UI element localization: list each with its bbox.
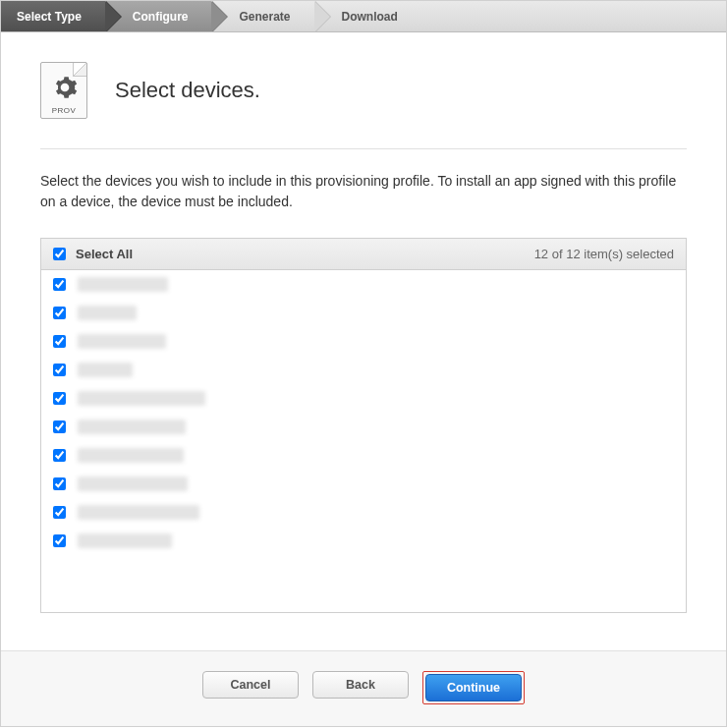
device-checkbox[interactable]	[53, 534, 66, 547]
select-all-label: Select All	[76, 247, 133, 261]
device-name-redacted	[78, 391, 205, 406]
provisioning-profile-icon: PROV	[40, 62, 87, 119]
device-name-redacted	[78, 306, 137, 320]
divider	[40, 148, 687, 149]
icon-label: PROV	[41, 106, 86, 115]
instructions-text: Select the devices you wish to include i…	[40, 171, 687, 212]
dialog-container: Select TypeConfigureGenerateDownload PRO…	[0, 0, 727, 727]
device-row	[41, 327, 686, 356]
device-checkbox[interactable]	[53, 307, 66, 319]
device-name-redacted	[78, 420, 186, 434]
device-row	[41, 498, 686, 527]
device-list-panel: Select All 12 of 12 item(s) selected	[40, 238, 687, 613]
wizard-steps: Select TypeConfigureGenerateDownload	[1, 1, 726, 32]
device-row	[41, 299, 686, 327]
device-row	[41, 470, 686, 498]
device-checkbox[interactable]	[53, 392, 66, 405]
page-title: Select devices.	[115, 78, 260, 103]
device-list-header: Select All 12 of 12 item(s) selected	[41, 239, 686, 270]
selection-count: 12 of 12 item(s) selected	[534, 247, 674, 261]
continue-highlight: Continue	[422, 671, 525, 704]
device-checkbox[interactable]	[53, 364, 66, 376]
device-row	[41, 384, 686, 413]
device-row	[41, 527, 686, 555]
device-checkbox[interactable]	[53, 420, 66, 433]
device-row	[41, 270, 686, 299]
select-all-checkbox[interactable]	[53, 248, 66, 260]
device-name-redacted	[78, 277, 168, 292]
device-checkbox[interactable]	[53, 335, 66, 348]
device-row	[41, 441, 686, 470]
device-row	[41, 413, 686, 441]
device-checkbox[interactable]	[53, 449, 66, 462]
device-row	[41, 356, 686, 384]
device-name-redacted	[78, 448, 184, 463]
device-checkbox[interactable]	[53, 506, 66, 519]
content-area: PROV Select devices. Select the devices …	[1, 32, 726, 633]
device-checkbox[interactable]	[53, 477, 66, 490]
continue-button[interactable]: Continue	[425, 674, 522, 701]
device-name-redacted	[78, 334, 166, 349]
device-name-redacted	[78, 476, 188, 491]
back-button[interactable]: Back	[312, 671, 409, 699]
device-checkbox[interactable]	[53, 278, 66, 291]
gear-icon	[52, 75, 78, 100]
footer-button-bar: Cancel Back Continue	[1, 650, 726, 726]
cancel-button[interactable]: Cancel	[202, 671, 299, 699]
wizard-step-0[interactable]: Select Type	[1, 1, 105, 31]
device-name-redacted	[78, 533, 172, 548]
device-list[interactable]	[41, 270, 686, 612]
device-name-redacted	[78, 363, 133, 377]
device-name-redacted	[78, 505, 199, 520]
header-row: PROV Select devices.	[40, 62, 687, 119]
